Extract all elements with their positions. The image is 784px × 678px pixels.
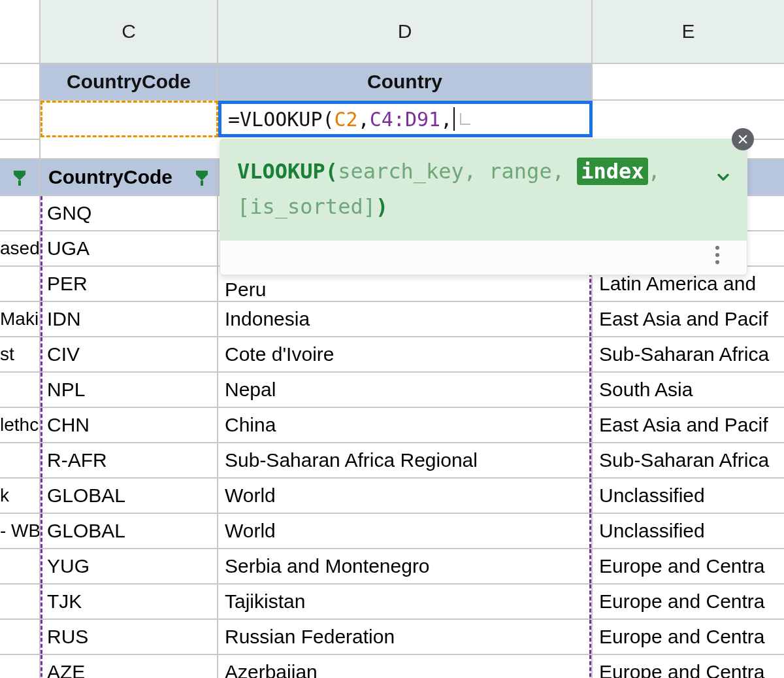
- header-empty-E[interactable]: [593, 64, 784, 99]
- cell-region[interactable]: Sub-Saharan Africa: [593, 337, 784, 371]
- range-border-right: [589, 408, 591, 442]
- cell-region[interactable]: Unclassified: [593, 514, 784, 548]
- cell-countrycode[interactable]: YUG: [41, 549, 218, 583]
- column-header-D[interactable]: D: [218, 0, 593, 63]
- cell-country[interactable]: Sub-Saharan Africa Regional: [218, 443, 593, 477]
- tooltip-expand-button[interactable]: [714, 161, 732, 197]
- cell-country[interactable]: China: [218, 408, 593, 442]
- cell-B[interactable]: ased: [0, 231, 41, 265]
- tooltip-close-button[interactable]: [732, 128, 754, 150]
- cell-B[interactable]: st: [0, 337, 41, 371]
- cell-country[interactable]: Indonesia: [218, 302, 593, 336]
- range-border-left: [41, 655, 42, 678]
- range-border-left: [41, 302, 42, 336]
- cell-B[interactable]: lethc: [0, 408, 41, 442]
- cell-B[interactable]: [0, 196, 41, 230]
- cell-B[interactable]: [0, 620, 41, 654]
- cell-B[interactable]: [0, 267, 41, 301]
- cell-country[interactable]: Nepal: [218, 373, 593, 407]
- range-border-left: [41, 514, 42, 548]
- cell-countrycode[interactable]: TJK: [41, 585, 218, 619]
- range-border-right: [589, 373, 591, 407]
- tooltip-param-index: index: [577, 158, 647, 185]
- cell-country[interactable]: Cote d'Ivoire: [218, 337, 593, 371]
- cell-region[interactable]: Europe and Centra: [593, 620, 784, 654]
- cell-countrycode[interactable]: GNQ: [41, 196, 218, 230]
- range-border-right: [589, 514, 591, 548]
- cell-country[interactable]: Azerbaijan: [218, 655, 593, 678]
- cell-countrycode[interactable]: PER: [41, 267, 218, 301]
- formula-comma2: ,: [440, 108, 452, 131]
- cell-B[interactable]: [0, 443, 41, 477]
- filter-icon[interactable]: [196, 175, 208, 180]
- cell-countrycode[interactable]: CHN: [41, 408, 218, 442]
- cell-region[interactable]: East Asia and Pacif: [593, 408, 784, 442]
- cell-B[interactable]: [0, 655, 41, 678]
- tooltip-more-button[interactable]: [715, 246, 719, 264]
- header-country[interactable]: Country: [218, 64, 593, 99]
- formula-comma1: ,: [358, 108, 370, 131]
- cell-country[interactable]: Serbia and Montenegro: [218, 549, 593, 583]
- cell-E2[interactable]: [593, 101, 784, 140]
- cell-countrycode[interactable]: R-AFR: [41, 443, 218, 477]
- cell-countrycode[interactable]: RUS: [41, 620, 218, 654]
- cell-B[interactable]: k: [0, 479, 41, 513]
- cell-countrycode[interactable]: AZE: [41, 655, 218, 678]
- header-countrycode[interactable]: CountryCode: [41, 64, 218, 99]
- range-border-left: [41, 373, 42, 407]
- range-border-left: [41, 408, 42, 442]
- table-row: stCIVCote d'IvoireSub-Saharan Africa: [0, 337, 784, 373]
- table-row: R-AFRSub-Saharan Africa RegionalSub-Saha…: [0, 443, 784, 479]
- range-border-right: [589, 620, 591, 654]
- cell-country[interactable]: World: [218, 479, 593, 513]
- filter-icon-left[interactable]: [0, 160, 41, 195]
- dot-icon: [715, 246, 719, 250]
- cell-B[interactable]: [0, 585, 41, 619]
- cell-B[interactable]: - WB: [0, 514, 41, 548]
- column-header-E[interactable]: E: [593, 0, 784, 63]
- cell-region[interactable]: South Asia: [593, 373, 784, 407]
- cell-country[interactable]: Tajikistan: [218, 585, 593, 619]
- range-border-right: [589, 443, 591, 477]
- cell-region[interactable]: Europe and Centra: [593, 655, 784, 678]
- tooltip-signature: VLOOKUP(search_key, range, index, [is_so…: [220, 139, 747, 241]
- cell-D2-formula-editor[interactable]: = VLOOKUP ( C2 , C4:D91 ,: [218, 101, 593, 137]
- cell-countrycode[interactable]: CIV: [41, 337, 218, 371]
- cell-B[interactable]: [0, 549, 41, 583]
- filter-header-countrycode[interactable]: CountryCode: [41, 160, 218, 195]
- tooltip-fn: VLOOKUP: [237, 159, 325, 184]
- cell-countrycode[interactable]: NPL: [41, 373, 218, 407]
- user-header-row: CountryCode Country: [0, 64, 784, 101]
- tooltip-open: (: [325, 159, 338, 184]
- table-row: RUSRussian FederationEurope and Centra: [0, 620, 784, 655]
- chevron-down-icon: [714, 168, 732, 186]
- cell-B[interactable]: [0, 373, 41, 407]
- formula-end-hint-icon: [460, 113, 470, 125]
- cell-countrycode[interactable]: GLOBAL: [41, 479, 218, 513]
- close-icon: [737, 133, 749, 145]
- spreadsheet: C D E CountryCode Country = VLOOKUP ( C2…: [0, 0, 784, 678]
- cell-B[interactable]: Makir: [0, 302, 41, 336]
- row-gutter: [0, 64, 41, 99]
- cell-B-text: st: [0, 344, 14, 365]
- cell-region[interactable]: Europe and Centra: [593, 549, 784, 583]
- cell-region[interactable]: Europe and Centra: [593, 585, 784, 619]
- cell-region[interactable]: Unclassified: [593, 479, 784, 513]
- cell-region[interactable]: Sub-Saharan Africa: [593, 443, 784, 477]
- range-border-right: [589, 302, 591, 336]
- cell-B-text: k: [0, 485, 9, 506]
- table-row: lethcCHNChinaEast Asia and Pacif: [0, 408, 784, 443]
- cell-country[interactable]: Russian Federation: [218, 620, 593, 654]
- cell-countrycode[interactable]: GLOBAL: [41, 514, 218, 548]
- cell-country[interactable]: World: [218, 514, 593, 548]
- cell-countrycode[interactable]: IDN: [41, 302, 218, 336]
- tooltip-param-search-key: search_key: [338, 159, 464, 184]
- column-header-C[interactable]: C: [41, 0, 218, 63]
- cell-B-text: - WB: [0, 520, 41, 541]
- cell-countrycode[interactable]: UGA: [41, 231, 218, 265]
- cell-C2-reference[interactable]: [41, 101, 218, 137]
- range-border-left: [41, 585, 42, 619]
- range-border-left: [41, 267, 42, 301]
- range-border-left: [41, 620, 42, 654]
- cell-region[interactable]: East Asia and Pacif: [593, 302, 784, 336]
